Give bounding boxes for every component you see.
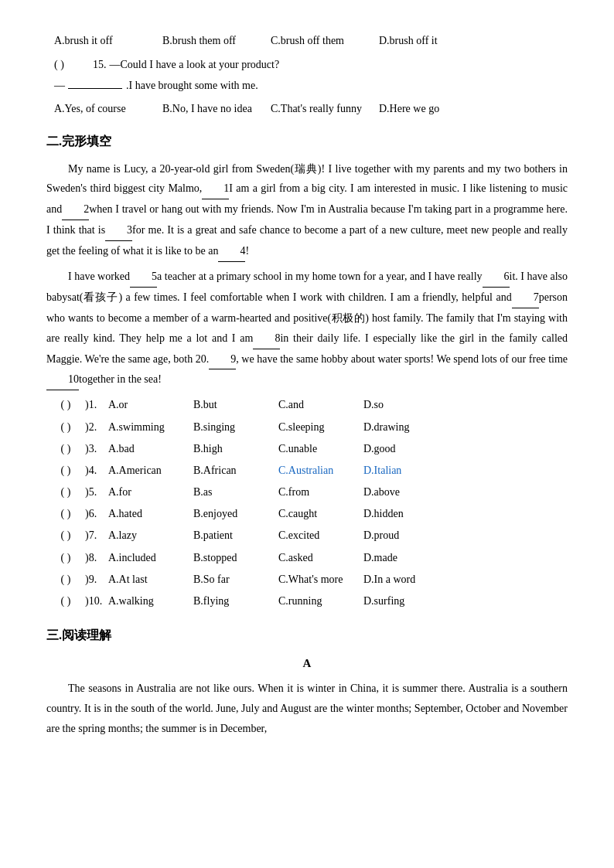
section3-subtitle: A — [46, 653, 568, 674]
mc4-optD: D.Italian — [363, 461, 449, 480]
mc6-optA: A.hated — [108, 504, 193, 523]
mc5-optB: B.as — [193, 482, 278, 502]
section2-title: 二.完形填空 — [46, 131, 568, 153]
option-D-brush: D.brush off it — [379, 31, 472, 50]
mc7-paren: ( ) — [46, 526, 85, 545]
mc5-paren: ( ) — [46, 482, 85, 502]
mc1-optB: B.but — [193, 395, 278, 414]
q15-optB: B.No, I have no idea — [162, 99, 255, 118]
mc9-paren: ( ) — [46, 570, 85, 589]
mc10-num: )10. — [85, 591, 108, 611]
passage-p2: I have worked5a teacher at a primary sch… — [46, 267, 568, 390]
mc7-optD: D.proud — [363, 526, 449, 545]
mc2-paren: ( ) — [46, 417, 85, 437]
mc-row-2: ( ) )2. A.swimming B.singing C.sleeping … — [46, 417, 568, 437]
p2-text1: I have worked — [68, 271, 130, 282]
blank2-num: 2 — [62, 199, 89, 220]
mc6-optB: B.enjoyed — [193, 504, 278, 523]
q15-optD: D.Here we go — [379, 99, 472, 118]
mc9-optD: D.In a word — [363, 570, 449, 589]
mc8-paren: ( ) — [46, 548, 85, 567]
mc5-optD: D.above — [363, 482, 449, 502]
mc10-optB: B.flying — [193, 591, 278, 611]
q15-optC: C.That's really funny — [271, 99, 363, 118]
mc2-optD: D.drawing — [363, 417, 449, 437]
section3-title: 三.阅读理解 — [46, 625, 568, 647]
mc8-num: )8. — [85, 548, 108, 567]
mc-row-8: ( ) )8. A.included B.stopped C.asked D.m… — [46, 548, 568, 567]
mc10-optC: C.running — [278, 591, 363, 611]
mc1-paren: ( ) — [46, 395, 85, 414]
mc9-optA: A.At last — [108, 570, 193, 589]
option-B-brush: B.brush them off — [162, 31, 255, 50]
option-C-brush: C.brush off them — [271, 31, 363, 50]
mc3-paren: ( ) — [46, 439, 85, 458]
mc8-optD: D.made — [363, 548, 449, 567]
mc-row-4: ( ) )4. A.American B.African C.Australia… — [46, 461, 568, 480]
mc3-optA: A.bad — [108, 439, 193, 458]
mc-row-9: ( ) )9. A.At last B.So far C.What's more… — [46, 570, 568, 589]
mc2-optB: B.singing — [193, 417, 278, 437]
section3-container: 三.阅读理解 A The seasons in Australia are no… — [46, 625, 568, 738]
blank4-num: 4 — [218, 241, 245, 262]
mc6-num: )6. — [85, 504, 108, 523]
mc-row-3: ( ) )3. A.bad B.high C.unable D.good — [46, 439, 568, 458]
q15-blank — [68, 88, 122, 89]
passage-p1: My name is Lucy, a 20-year-old girl from… — [46, 159, 568, 262]
mc10-paren: ( ) — [46, 591, 85, 611]
mc9-num: )9. — [85, 570, 108, 589]
mc3-optD: D.good — [363, 439, 449, 458]
mc2-optC: C.sleeping — [278, 417, 363, 437]
mc8-optA: A.included — [108, 548, 193, 567]
mc3-num: )3. — [85, 439, 108, 458]
section3-passage: The seasons in Australia are not like ou… — [46, 679, 568, 739]
p2-text2: a teacher at a primary school in my home… — [157, 271, 482, 282]
mc2-num: )2. — [85, 417, 108, 437]
q15-answer-suffix: .I have brought some with me. — [126, 80, 258, 91]
blank7-num: 7 — [512, 288, 539, 308]
mc4-optC: C.Australian — [278, 461, 363, 480]
mc7-optC: C.excited — [278, 526, 363, 545]
mc-row-5: ( ) )5. A.for B.as C.from D.above — [46, 482, 568, 502]
mc5-optA: A.for — [108, 482, 193, 502]
mc5-num: )5. — [85, 482, 108, 502]
mc4-optA: A.American — [108, 461, 193, 480]
q15-num: 15. — [93, 55, 107, 74]
mc4-paren: ( ) — [46, 461, 85, 480]
mc1-optC: C.and — [278, 395, 363, 414]
blank1-num: 1 — [202, 179, 229, 199]
mc5-optC: C.from — [278, 482, 363, 502]
mc4-optB: B.African — [193, 461, 278, 480]
blank9-num: 9 — [209, 349, 236, 370]
mc4-num: )4. — [85, 461, 108, 480]
p1-text5: ! — [245, 245, 249, 257]
mc2-optA: A.swimming — [108, 417, 193, 437]
mc10-optD: D.surfing — [363, 591, 449, 611]
option-A-brush: A.brush it off — [54, 31, 147, 50]
q15-optA: A.Yes, of course — [54, 99, 147, 118]
mc-row-1: ( ) )1. A.or B.but C.and D.so — [46, 395, 568, 414]
mc9-optB: B.So far — [193, 570, 278, 589]
mc8-optC: C.asked — [278, 548, 363, 567]
p2-text6: , we have the same hobby about water spo… — [236, 353, 568, 365]
mc1-num: )1. — [85, 395, 108, 414]
mc6-optD: D.hidden — [363, 504, 449, 523]
mc6-paren: ( ) — [46, 504, 85, 523]
blank10-num: 10 — [46, 369, 79, 390]
blank6-num: 6 — [483, 267, 510, 288]
mc9-optC: C.What's more — [278, 570, 363, 589]
mc1-optD: D.so — [363, 395, 449, 414]
mc-row-6: ( ) )6. A.hated B.enjoyed C.caught D.hid… — [46, 504, 568, 523]
mc7-num: )7. — [85, 526, 108, 545]
top-options-row: A.brush it off B.brush them off C.brush … — [54, 31, 568, 50]
mc-row-7: ( ) )7. A.lazy B.patient C.excited D.pro… — [46, 526, 568, 545]
blank3-num: 3 — [105, 220, 132, 241]
mc1-optA: A.or — [108, 395, 193, 414]
q15-question: —Could I have a look at your product? — [110, 55, 280, 74]
mc6-optC: C.caught — [278, 504, 363, 523]
mc-questions-container: ( ) )1. A.or B.but C.and D.so ( ) )2. A.… — [46, 395, 568, 611]
p2-text7: together in the sea! — [79, 373, 162, 385]
blank5-num: 5 — [130, 267, 157, 288]
question-15: ( ) 15. —Could I have a look at your pro… — [46, 55, 568, 118]
blank8-num: 8 — [253, 328, 280, 349]
